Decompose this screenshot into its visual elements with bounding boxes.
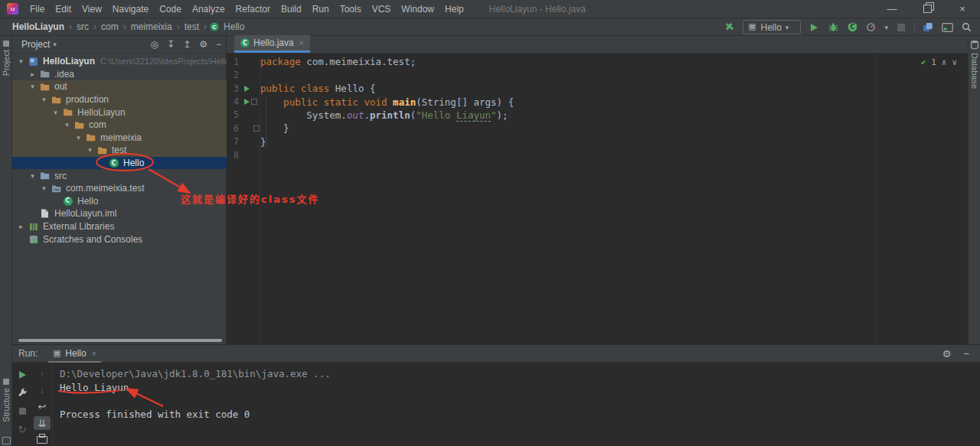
menu-code[interactable]: Code <box>154 2 187 16</box>
up-stack-trace-button[interactable]: ↑ <box>34 366 51 381</box>
collapse-all-button[interactable]: ↥ <box>183 39 191 50</box>
tree-row-hello[interactable]: CHello <box>12 157 227 170</box>
chevron-open-icon[interactable]: ▾ <box>86 146 94 154</box>
down-stack-trace-button[interactable]: ↓ <box>34 383 51 398</box>
tree-row-production[interactable]: ▾production <box>12 93 227 106</box>
chevron-open-icon[interactable]: ▾ <box>63 121 71 129</box>
project-icon <box>28 57 38 67</box>
menu-tools[interactable]: Tools <box>335 2 367 16</box>
menu-analyze[interactable]: Analyze <box>187 2 230 16</box>
expand-all-button[interactable]: ↧ <box>167 39 175 50</box>
run-panel-header: Run: Hello × ⚙ − <box>12 345 980 363</box>
chevron-open-icon[interactable]: ▾ <box>51 109 60 116</box>
tree-row-com-meimeixia-test[interactable]: ▾com.meimeixia.test <box>12 182 227 195</box>
project-panel-title[interactable]: Project <box>21 39 50 50</box>
menu-build[interactable]: Build <box>276 2 307 16</box>
close-tab-icon[interactable]: × <box>299 39 304 47</box>
menu-help[interactable]: Help <box>439 2 469 16</box>
restore-layout-button[interactable] <box>941 20 953 35</box>
play-icon <box>18 370 27 379</box>
hide-panel-icon[interactable]: − <box>963 348 969 360</box>
tree-row-src[interactable]: ▾src <box>12 169 227 182</box>
left-strip-bottom-icons[interactable] <box>0 437 12 444</box>
run-gutter-icon[interactable] <box>244 99 250 105</box>
tree-row-com[interactable]: ▾com <box>12 119 227 132</box>
tool-tab-database[interactable]: Database <box>969 40 980 89</box>
chevron-open-icon[interactable]: ▾ <box>28 172 37 180</box>
rerun-button[interactable] <box>14 366 31 383</box>
next-problem-icon[interactable]: ∨ <box>952 57 957 67</box>
tool-tab-structure[interactable]: Structure <box>0 379 12 422</box>
soft-wrap-button[interactable]: ↩ <box>34 399 51 414</box>
menu-window[interactable]: Window <box>396 2 439 16</box>
tree-row-external-libraries[interactable]: ▸External Libraries <box>12 220 227 233</box>
menu-run[interactable]: Run <box>307 2 335 16</box>
tool-tab-project[interactable]: Project <box>0 41 12 76</box>
run-button[interactable] <box>808 20 820 35</box>
close-button[interactable]: × <box>945 0 980 18</box>
search-everywhere-button[interactable] <box>960 20 972 35</box>
debug-button[interactable] <box>827 20 839 35</box>
tree-row-helloliayun-iml[interactable]: HelloLiayun.iml <box>12 207 227 220</box>
minimize-button[interactable]: — <box>874 0 910 18</box>
close-tab-icon[interactable]: × <box>92 350 96 358</box>
print-button[interactable] <box>34 432 51 446</box>
tree-row-scratches-and-consoles[interactable]: Scratches and Consoles <box>12 233 227 246</box>
breadcrumb-item-meimeixia[interactable]: meimeixia <box>129 21 174 33</box>
breadcrumb-item-test[interactable]: test <box>183 21 201 33</box>
tree-row-helloliayun[interactable]: ▾HelloLiayun <box>12 106 227 119</box>
tree-row-test[interactable]: ▾test <box>12 144 227 157</box>
code-editor[interactable]: 1package com.meimeixia.test;23public cla… <box>227 54 968 344</box>
run-gutter-icon[interactable] <box>244 86 250 92</box>
edit-configurations-button[interactable] <box>14 385 31 401</box>
chevron-open-icon[interactable]: ▾ <box>74 134 83 142</box>
menu-navigate[interactable]: Navigate <box>107 2 154 16</box>
gear-icon[interactable]: ⚙ <box>942 348 952 360</box>
line-number: 4 <box>227 96 242 107</box>
fold-marker-icon[interactable] <box>253 125 260 132</box>
stop-button[interactable] <box>14 403 31 419</box>
chevron-open-icon[interactable]: ▾ <box>17 57 25 65</box>
breadcrumb-item-src[interactable]: src <box>75 21 90 33</box>
tree-row-helloliayun[interactable]: ▾HelloLiayunC:\Users\32120\IdeaProjects\… <box>12 55 227 68</box>
profiler-chevron-icon[interactable]: ▾ <box>884 24 888 31</box>
hide-button[interactable]: − <box>216 39 221 50</box>
chevron-open-icon[interactable]: ▾ <box>40 96 48 103</box>
profiler-button[interactable] <box>865 20 877 35</box>
restore-button[interactable] <box>910 0 945 18</box>
breadcrumb-item-com[interactable]: com <box>100 21 120 33</box>
menu-refactor[interactable]: Refactor <box>230 2 276 16</box>
menu-edit[interactable]: Edit <box>50 2 77 16</box>
menu-file[interactable]: File <box>24 2 50 16</box>
project-view-chevron-icon[interactable]: ▾ <box>53 41 57 48</box>
tree-label: HelloLiayun <box>77 107 126 118</box>
breadcrumb-item-hello[interactable]: Hello <box>222 21 246 33</box>
restart-button[interactable]: ↻ <box>14 422 31 438</box>
prev-problem-icon[interactable]: ∧ <box>942 57 947 67</box>
project-horizontal-scrollbar[interactable] <box>18 339 222 342</box>
run-tab-hello[interactable]: Hello × <box>48 345 100 363</box>
chevron-closed-icon[interactable]: ▸ <box>17 223 25 230</box>
project-structure-button[interactable] <box>922 20 934 35</box>
tree-row-meimeixia[interactable]: ▾meimeixia <box>12 132 227 145</box>
tree-row--idea[interactable]: ▸.idea <box>12 68 227 81</box>
console-output[interactable]: D:\Developer\Java\jdk1.8.0_181\bin\java.… <box>60 367 331 421</box>
locate-button[interactable]: ◎ <box>151 39 158 50</box>
run-config-select[interactable]: Hello ▾ <box>743 20 801 34</box>
settings-button[interactable]: ⚙ <box>199 39 207 50</box>
chevron-open-icon[interactable]: ▾ <box>40 184 48 192</box>
scroll-to-end-button[interactable]: ⇊ <box>34 416 51 431</box>
breadcrumb-item-helloliayun[interactable]: HelloLiayun <box>11 21 66 33</box>
menu-vcs[interactable]: VCS <box>367 2 397 16</box>
ide-window: IJ FileEditViewNavigateCodeAnalyzeRefact… <box>0 0 980 446</box>
coverage-button[interactable]: C <box>846 20 858 35</box>
chevron-open-icon[interactable]: ▾ <box>28 83 37 90</box>
chevron-closed-icon[interactable]: ▸ <box>28 70 37 78</box>
fold-marker-icon[interactable] <box>251 99 257 105</box>
tree-row-hello[interactable]: CHello <box>12 195 227 208</box>
build-hammer-button[interactable] <box>724 20 736 35</box>
tree-row-out[interactable]: ▾out <box>12 80 227 93</box>
inspections-widget[interactable]: ✔ 1 ∧ ∨ <box>921 57 957 67</box>
editor-tab-hello-java[interactable]: C Hello.java × <box>234 35 310 53</box>
menu-view[interactable]: View <box>77 2 107 16</box>
